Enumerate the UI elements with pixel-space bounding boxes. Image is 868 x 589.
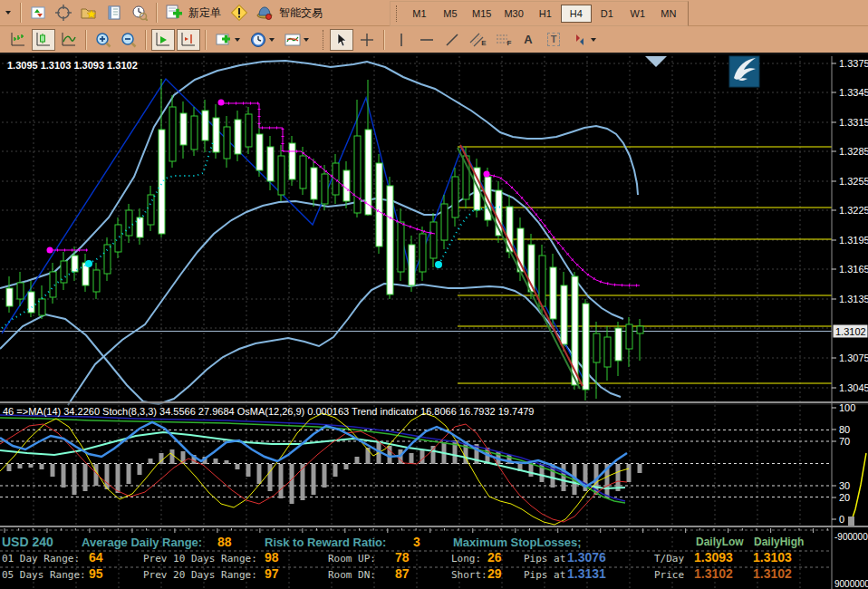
trendline-button[interactable] [440,29,464,51]
osma-histogram-bar [138,464,142,475]
text-label-button[interactable]: T [542,29,565,51]
timeframe-M15[interactable]: M15 [466,5,497,23]
toolbar-overflow-dropdown-icon[interactable] [1,2,15,24]
candle-body [615,328,622,361]
candle-body [420,234,426,272]
osma-histogram-bar [290,464,294,504]
candle-body [169,107,176,161]
fibonacci-button[interactable]: F [491,29,515,51]
candle-body [50,272,56,297]
new-order-label[interactable]: 新定单 [188,5,221,21]
trailing-stop-dot [218,100,225,106]
market-watch-icon [30,5,46,21]
timeframe-M5[interactable]: M5 [435,5,466,23]
timeframe-H4[interactable]: H4 [561,5,592,23]
chart-shift-button[interactable] [177,29,200,51]
indicators-button[interactable] [211,29,244,51]
market-watch-icon[interactable] [26,2,50,24]
timeframe-D1[interactable]: D1 [592,5,622,23]
osma-histogram-bar [225,460,229,464]
text-button[interactable]: A [516,29,540,51]
candle-body [278,156,285,195]
osma-histogram-bar [268,464,273,491]
candle-body [6,288,13,306]
osma-histogram-bar [214,459,218,464]
candle-body [93,270,100,292]
crosshair-button[interactable] [355,29,379,51]
oscillator-axis-label: 20 [839,492,850,503]
osma-histogram-bar [562,464,566,491]
vertical-line-button[interactable] [390,29,413,51]
candle-body [311,168,317,199]
crosshair-target-icon[interactable] [52,2,75,24]
current-price-label: 1.3102 [835,326,866,337]
stats-scale-bottom-label: 9000000 [834,579,868,589]
axis-margin-yellow-line [850,453,866,526]
zoom-in-button[interactable] [92,29,115,51]
osma-histogram-bar [236,464,240,469]
separator [20,3,22,23]
new-order-icon[interactable] [162,2,186,24]
zoom-out-button[interactable] [117,29,140,51]
candlestick-chart-button[interactable] [32,29,55,51]
toolbar-grip[interactable] [323,30,326,50]
candle-body [180,113,187,145]
timeframe-M30[interactable]: M30 [497,5,529,23]
candle-body [191,116,198,150]
band-lower-line [0,284,621,404]
periods-button[interactable] [246,29,278,51]
alert-icon[interactable] [227,2,251,24]
osma-histogram-bar [301,464,305,500]
candle-body [376,163,382,246]
osma-histogram-bar [83,464,88,491]
history-search-icon[interactable] [128,2,151,24]
journal-icon[interactable] [102,2,126,24]
osma-histogram-bar [7,464,12,471]
timeframe-M1[interactable]: M1 [404,5,435,23]
chart-area[interactable]: 1.33751.33451.33151.32851.32551.32251.31… [0,54,868,589]
auto-scroll-button[interactable] [151,29,175,51]
candle-body [441,204,448,240]
cursor-button[interactable] [330,29,353,51]
trailing-stop-line [221,103,435,234]
candle-body [593,333,600,362]
oscillator-axis-label: 80 [839,424,850,435]
line-chart-button[interactable] [57,29,81,51]
candle-body [539,256,545,306]
osma-histogram-bar [355,457,360,464]
broker-logo [729,56,759,87]
candle-body [267,147,274,181]
horizontal-line-button[interactable] [415,29,439,51]
osma-histogram-bar [333,464,338,477]
candle-body [39,299,45,315]
timeframe-H1[interactable]: H1 [530,5,561,23]
templates-button[interactable] [280,29,313,51]
timeframe-MN[interactable]: MN [653,5,684,23]
osma-histogram-bar [638,464,642,473]
candle-body [430,222,437,258]
candle-body [322,174,328,204]
timeframe-W1[interactable]: W1 [622,5,653,23]
osma-histogram-bar [246,464,251,477]
candle-body [148,195,154,225]
osma-histogram-bar [116,464,121,493]
separator [85,30,87,50]
candle-body [246,114,252,147]
osma-histogram-bar [323,464,327,488]
expert-advisors-label[interactable]: 智能交易 [279,5,323,21]
arrows-button[interactable] [567,29,600,51]
favorites-folder-icon[interactable] [77,2,101,24]
down-arrow-marker [645,56,667,67]
osma-histogram-bar [410,453,414,464]
chart-toolbar: E F A T [0,26,868,54]
bar-chart-button[interactable] [6,29,30,51]
candle-body [583,304,589,390]
expert-advisor-icon[interactable] [253,2,276,24]
osma-histogram-bar [40,464,44,469]
timeframes-toolbar: M1M5M15M30H1H4D1W1MN [390,1,689,26]
equidistant-channel-button[interactable]: E [466,29,489,51]
candle-body [561,285,567,344]
candle-body [115,225,121,252]
stats-scale-top-label: -9000000 [834,532,868,542]
chart-canvas[interactable]: 1.33751.33451.33151.32851.32551.32251.31… [0,54,868,589]
